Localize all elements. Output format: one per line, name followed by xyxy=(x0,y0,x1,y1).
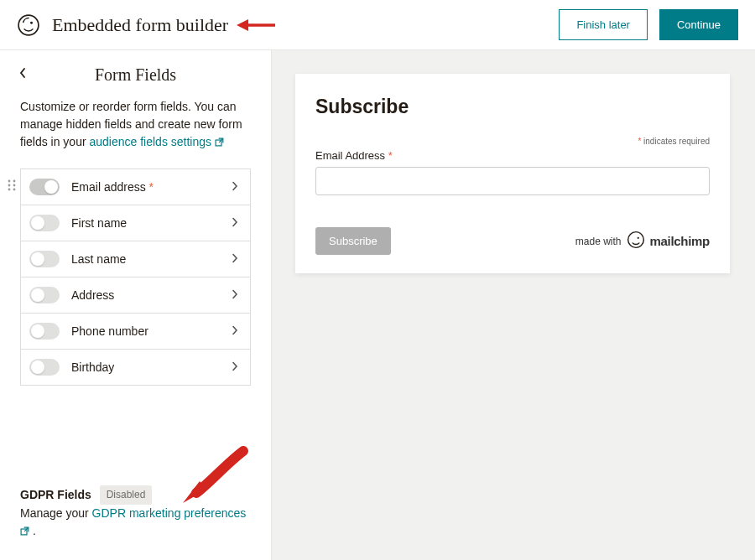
field-toggle[interactable] xyxy=(29,179,60,195)
field-row[interactable]: Phone number xyxy=(20,313,251,350)
required-legend: * indicates required xyxy=(315,137,710,146)
finish-later-button[interactable]: Finish later xyxy=(559,9,648,40)
chevron-right-icon xyxy=(232,324,238,339)
main-area: Form Fields Customize or reorder form fi… xyxy=(0,50,755,560)
sidebar-description: Customize or reorder form fields. You ca… xyxy=(0,98,271,169)
chevron-right-icon xyxy=(232,179,238,194)
gdpr-title: GDPR Fields xyxy=(20,488,91,501)
sidebar-header: Form Fields xyxy=(0,50,271,98)
chevron-right-icon xyxy=(232,360,238,375)
email-label: Email Address * xyxy=(315,149,710,162)
svg-point-6 xyxy=(13,180,16,183)
preview-footer: Subscribe made with mailchimp xyxy=(315,227,710,255)
preview-area: Subscribe * indicates required Email Add… xyxy=(272,50,755,560)
mailchimp-logo-icon xyxy=(17,13,40,37)
field-label: Last name xyxy=(71,252,232,266)
field-toggle[interactable] xyxy=(29,215,60,231)
field-toggle[interactable] xyxy=(29,323,60,340)
made-with-label: made with xyxy=(575,236,622,247)
sidebar: Form Fields Customize or reorder form fi… xyxy=(0,50,272,560)
chevron-right-icon xyxy=(232,251,238,267)
svg-point-1 xyxy=(30,21,33,23)
svg-point-13 xyxy=(627,232,643,248)
gdpr-status-badge: Disabled xyxy=(100,485,153,505)
svg-point-14 xyxy=(637,237,638,239)
svg-point-8 xyxy=(13,184,16,187)
field-toggle[interactable] xyxy=(29,287,60,303)
field-row[interactable]: First name xyxy=(20,205,251,241)
app-header: Embedded form builder Finish later Conti… xyxy=(0,0,755,50)
field-row[interactable]: Birthday xyxy=(20,349,251,386)
back-button[interactable] xyxy=(18,67,27,82)
svg-point-9 xyxy=(8,189,11,191)
field-toggle[interactable] xyxy=(29,359,60,376)
email-field[interactable] xyxy=(315,167,710,195)
chevron-right-icon xyxy=(232,288,238,303)
gdpr-desc-prefix: Manage your xyxy=(20,506,92,520)
mailchimp-brand-text: mailchimp xyxy=(650,234,711,248)
mailchimp-logo-icon xyxy=(627,231,645,251)
field-label: Address xyxy=(71,288,232,302)
form-preview-card: Subscribe * indicates required Email Add… xyxy=(295,74,730,273)
field-row[interactable]: Last name xyxy=(20,241,251,277)
field-label: Phone number xyxy=(71,324,232,338)
page-title: Embedded form builder xyxy=(52,14,228,36)
svg-point-7 xyxy=(8,184,11,187)
field-label: Birthday xyxy=(71,360,232,374)
drag-handle-icon[interactable] xyxy=(8,179,16,194)
svg-point-5 xyxy=(8,180,11,183)
gdpr-section: GDPR Fields Disabled Manage your GDPR ma… xyxy=(20,485,251,542)
header-left: Embedded form builder xyxy=(17,13,228,37)
external-link-icon xyxy=(215,134,224,152)
field-row[interactable]: Email address * xyxy=(20,169,251,205)
external-link-icon xyxy=(20,523,29,542)
made-with-badge: made with mailchimp xyxy=(575,231,710,251)
field-list: Email address *First nameLast nameAddres… xyxy=(0,169,271,386)
field-toggle[interactable] xyxy=(29,251,60,267)
field-row[interactable]: Address xyxy=(20,277,251,314)
subscribe-button[interactable]: Subscribe xyxy=(315,227,391,255)
field-label: First name xyxy=(71,216,232,230)
audience-settings-link[interactable]: audience fields settings xyxy=(89,135,223,148)
svg-point-10 xyxy=(13,189,16,191)
preview-heading: Subscribe xyxy=(315,96,710,118)
field-label: Email address * xyxy=(71,180,232,194)
header-actions: Finish later Continue xyxy=(559,9,738,40)
continue-button[interactable]: Continue xyxy=(659,9,738,40)
sidebar-title: Form Fields xyxy=(0,65,271,85)
gdpr-desc-suffix: . xyxy=(29,524,36,537)
chevron-left-icon xyxy=(18,67,27,79)
chevron-right-icon xyxy=(232,215,238,231)
